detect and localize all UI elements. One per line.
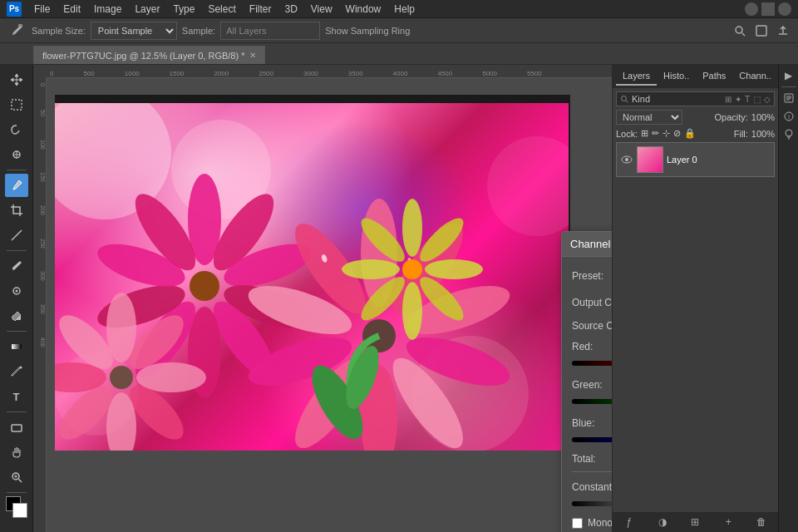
- ruler-horizontal: 0 500 1000 1500 2000 2500 3000 3500 4000…: [47, 65, 612, 78]
- minimize-button[interactable]: [745, 2, 758, 16]
- eyedropper-tool[interactable]: [5, 174, 28, 197]
- layers-tab[interactable]: Layers: [616, 67, 657, 86]
- menu-bar: Ps File Edit Image Layer Type Select Fil…: [0, 0, 798, 18]
- svg-point-49: [402, 282, 422, 340]
- svg-line-68: [626, 101, 628, 103]
- panel-tabs: Layers Histo.. Paths Chann.. Adjust ≡: [613, 65, 778, 88]
- menu-view[interactable]: View: [305, 2, 338, 17]
- histograms-tab[interactable]: Histo..: [657, 67, 696, 86]
- eraser-tool[interactable]: [5, 304, 28, 328]
- new-layer-icon[interactable]: +: [720, 514, 736, 530]
- shape-tool[interactable]: [5, 416, 28, 439]
- eyedropper-tool-icon[interactable]: [7, 21, 27, 41]
- filter-pixel-icon[interactable]: ⊞: [725, 95, 732, 104]
- add-style-icon[interactable]: ƒ: [621, 514, 638, 530]
- menu-filter[interactable]: Filter: [244, 2, 278, 17]
- tab-close-icon[interactable]: ✕: [249, 51, 256, 60]
- total-label: Total:: [572, 453, 612, 465]
- menu-help[interactable]: Help: [388, 2, 421, 17]
- filter-shape-icon[interactable]: ⬚: [753, 95, 761, 104]
- menu-window[interactable]: Window: [340, 2, 387, 17]
- crop-tool[interactable]: [5, 199, 28, 222]
- type-tool[interactable]: T: [5, 385, 28, 408]
- menu-type[interactable]: Type: [167, 2, 200, 17]
- delete-layer-icon[interactable]: 🗑: [753, 514, 770, 530]
- layer-visibility-icon[interactable]: [620, 153, 633, 166]
- output-channel-label: Output Channel:: [572, 297, 612, 308]
- show-sampling-ring[interactable]: Show Sampling Ring: [325, 26, 410, 36]
- menu-layer[interactable]: Layer: [129, 2, 165, 17]
- menu-edit[interactable]: Edit: [57, 2, 86, 17]
- svg-rect-4: [12, 100, 22, 110]
- foreground-background-colors[interactable]: [6, 496, 27, 518]
- hand-tool[interactable]: [5, 441, 28, 464]
- menu-image[interactable]: Image: [88, 2, 127, 17]
- paths-tab[interactable]: Paths: [696, 67, 732, 86]
- app-icon: Ps: [7, 2, 22, 17]
- channels-tab[interactable]: Chann..: [732, 67, 778, 86]
- selection-tool[interactable]: [5, 93, 28, 116]
- sample-input: All Layers: [220, 22, 320, 40]
- blend-mode-select[interactable]: Normal Multiply Screen: [616, 110, 682, 125]
- svg-line-2: [742, 32, 746, 36]
- lightbulb-icon[interactable]: [781, 127, 796, 142]
- fill-value: 100%: [751, 129, 775, 139]
- lasso-tool[interactable]: [5, 118, 28, 141]
- info-icon[interactable]: i: [781, 109, 796, 124]
- gradient-tool[interactable]: [5, 335, 28, 358]
- clone-stamp-tool[interactable]: [5, 279, 28, 303]
- main-area: T 0 500 1000 1500 2000 2500: [0, 65, 798, 532]
- svg-rect-0: [18, 24, 22, 27]
- lock-position-icon[interactable]: ⊹: [663, 128, 670, 139]
- panel-footer: ƒ ◑ ⊞ + 🗑: [613, 512, 778, 532]
- share-icon[interactable]: [775, 22, 791, 39]
- adjustment-layer-icon[interactable]: ◑: [654, 514, 671, 530]
- quick-select-tool[interactable]: [5, 143, 28, 166]
- move-tool[interactable]: [5, 68, 28, 91]
- svg-point-12: [19, 367, 22, 369]
- preset-label: Preset:: [572, 270, 612, 282]
- layer-item[interactable]: Layer 0: [616, 142, 775, 177]
- zoom-tool[interactable]: [5, 466, 28, 489]
- maximize-button[interactable]: [761, 2, 775, 16]
- filter-smart-icon[interactable]: ◇: [764, 95, 771, 104]
- dialog-title-bar[interactable]: Channel Mixer ✕: [562, 232, 612, 257]
- properties-icon[interactable]: [781, 91, 796, 106]
- lock-transparency-icon[interactable]: ⊞: [641, 128, 648, 139]
- screen-mode-icon[interactable]: [753, 22, 770, 39]
- navigate-icon[interactable]: ▶: [781, 68, 796, 83]
- channel-mixer-dialog: Channel Mixer ✕ Preset: Custom Default ⚙: [561, 231, 612, 532]
- filter-type-icon[interactable]: T: [745, 95, 750, 104]
- search-icon[interactable]: [732, 22, 748, 39]
- close-button[interactable]: [778, 2, 791, 16]
- menu-select[interactable]: Select: [202, 2, 241, 17]
- svg-point-51: [342, 259, 400, 279]
- monochrome-label[interactable]: Monochrome: [588, 517, 612, 529]
- document-tab[interactable]: flower-P7TG7UC.jpg @ 12.5% (Layer 0, RGB…: [33, 46, 265, 64]
- menu-file[interactable]: File: [28, 2, 56, 17]
- measure-tool[interactable]: [5, 224, 28, 247]
- source-channels-label: Source Channels: [572, 320, 612, 332]
- lock-image-icon[interactable]: ✏: [652, 128, 659, 139]
- group-layer-icon[interactable]: ⊞: [687, 514, 703, 530]
- svg-point-70: [625, 158, 628, 161]
- constant-label: Constant:: [572, 481, 612, 493]
- svg-rect-13: [12, 425, 22, 431]
- svg-rect-11: [12, 344, 22, 349]
- monochrome-checkbox[interactable]: [572, 518, 583, 529]
- lock-artboard-icon[interactable]: ⊘: [673, 128, 681, 139]
- sample-size-select[interactable]: Point Sample 3 by 3 Average 5 by 5 Avera…: [91, 22, 177, 40]
- sample-size-label: Sample Size:: [32, 26, 86, 36]
- tab-bar: flower-P7TG7UC.jpg @ 12.5% (Layer 0, RGB…: [0, 43, 798, 65]
- svg-point-9: [15, 290, 17, 293]
- svg-point-66: [110, 366, 133, 389]
- svg-text:i: i: [788, 114, 790, 120]
- lock-all-icon[interactable]: 🔒: [684, 128, 696, 139]
- layer-thumbnail: [637, 146, 663, 173]
- kind-label: Kind: [632, 94, 650, 104]
- brush-tool[interactable]: [5, 254, 28, 278]
- lock-row: Lock: ⊞ ✏ ⊹ ⊘ 🔒 Fill: 100%: [616, 128, 775, 139]
- filter-adjust-icon[interactable]: ✦: [735, 95, 741, 104]
- menu-3d[interactable]: 3D: [278, 2, 303, 17]
- pen-tool[interactable]: [5, 360, 28, 383]
